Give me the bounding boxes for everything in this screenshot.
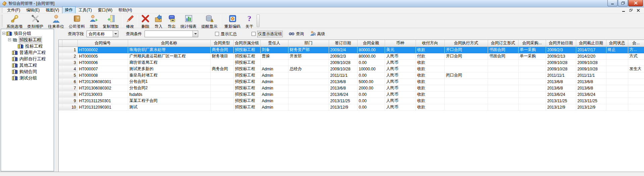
table-cell[interactable]: 招投标工程 (233, 53, 260, 59)
table-cell[interactable]: 闭口合同 (444, 72, 488, 78)
table-cell[interactable]: fsdafds (128, 91, 210, 98)
table-cell[interactable]: 书面合同 (488, 53, 518, 59)
table-cell[interactable]: 2013/11/25 (576, 98, 606, 104)
table-cell[interactable] (444, 66, 488, 72)
chevron-down-icon[interactable] (193, 31, 198, 37)
table-cell[interactable]: 2013/6/8 (546, 85, 576, 91)
advanced-button[interactable]: 高级 (309, 31, 326, 37)
table-cell[interactable] (444, 104, 488, 110)
table-cell[interactable]: 财务项目 (210, 53, 233, 59)
table-cell[interactable]: 5000.00 (357, 78, 385, 85)
table-cell[interactable]: Admin (260, 91, 288, 98)
export-button[interactable]: 导出 (165, 14, 178, 28)
table-cell[interactable]: HT000006 (77, 59, 128, 66)
table-cell[interactable] (444, 85, 488, 91)
table-cell[interactable]: HT000008 (77, 72, 128, 78)
tree-node-project-group[interactable]: 项目分组 (2, 30, 54, 37)
close-button[interactable] (628, 0, 643, 6)
statistics-report-button[interactable]: 统计报表 (178, 14, 199, 28)
table-cell[interactable]: 单一采购 (518, 47, 546, 53)
modify-button[interactable]: 修改 (123, 14, 137, 28)
table-row[interactable]: 6HT201306080301分包合同1招投标工程Admin2013/6/850… (59, 78, 644, 85)
table-cell[interactable]: HT201312090301 (77, 104, 128, 110)
table-cell[interactable]: HT000005 (77, 53, 128, 59)
table-row[interactable]: 5HT000008秦皇岛封堵工程招投标工程Admin2011/11/10.00人… (59, 72, 644, 78)
table-cell[interactable]: Admin (260, 72, 288, 78)
table-cell[interactable]: 2009/10/28 (546, 59, 576, 66)
table-cell[interactable] (628, 104, 644, 110)
table-cell[interactable]: 人民币 (385, 98, 416, 104)
table-cell[interactable]: 2009/2/4 (329, 47, 357, 53)
table-cell[interactable] (488, 91, 518, 98)
table-row[interactable]: 9HT201311250301某某工程子合同招投标工程Admin2013/11/… (59, 98, 644, 104)
show-summary-checkbox[interactable]: 显示汇总 (215, 31, 237, 37)
table-cell[interactable] (518, 85, 546, 91)
table-cell[interactable]: 收款 (416, 91, 444, 98)
table-cell[interactable]: 人民币 (385, 78, 416, 85)
table-cell[interactable]: HT000002 (77, 47, 128, 53)
query-field-select[interactable]: 合同名称 (87, 31, 118, 37)
table-cell[interactable]: 2009/10/28 (576, 66, 606, 72)
table-cell[interactable]: 发生大 (628, 66, 644, 72)
table-cell[interactable]: 招投标工程 (233, 104, 260, 110)
copy-add-button[interactable]: 复制增加 (100, 14, 121, 28)
table-cell[interactable]: 2011/11/1 (546, 72, 576, 78)
table-cell[interactable]: 2011/11/1 (576, 72, 606, 78)
table-cell[interactable]: 刘备 (260, 47, 288, 53)
table-cell[interactable]: 招投标工程 (233, 78, 260, 85)
table-cell[interactable]: 2013/12/9 (546, 104, 576, 110)
table-cell[interactable]: 80000.00 (357, 47, 385, 53)
column-header[interactable]: 合同金额 (357, 40, 385, 47)
table-cell[interactable]: 0.00 (357, 98, 385, 104)
column-header[interactable]: 合同名称 (128, 40, 210, 47)
menu-item-action[interactable]: 操作 (62, 6, 75, 14)
table-cell[interactable]: 收款 (416, 47, 444, 53)
column-header[interactable]: 合同开始日期 (546, 40, 576, 47)
table-cell[interactable]: 人民币 (385, 53, 416, 59)
table-cell[interactable]: 开发部 (288, 53, 329, 59)
tree-node-purchase-sale-contract[interactable]: 购销合同 (2, 68, 54, 75)
table-cell[interactable]: 方... (628, 47, 644, 53)
table-cell[interactable] (488, 78, 518, 85)
table-cell[interactable] (288, 104, 329, 110)
table-cell[interactable]: 10000.00 (357, 66, 385, 72)
table-row[interactable]: 8HT20130003fsdafds招投标工程Admin2013/6/240.0… (59, 91, 644, 98)
table-cell[interactable]: 人民币 (385, 66, 416, 72)
column-header[interactable]: 部门 (288, 40, 329, 47)
table-cell[interactable] (488, 85, 518, 91)
column-header[interactable]: 合同类型 (210, 40, 233, 47)
table-cell[interactable]: 人民币 (385, 91, 416, 98)
table-cell[interactable]: 0.00 (357, 91, 385, 98)
table-cell[interactable]: 开口合同 (444, 47, 488, 53)
column-header[interactable]: 责任人 (260, 40, 288, 47)
table-cell[interactable]: 珠海纺织厂废水处理 (128, 47, 210, 53)
table-cell[interactable]: 某某工程子合同 (128, 98, 210, 104)
table-cell[interactable]: 2013/12/9 (576, 104, 606, 110)
tree-node-test-group[interactable]: 测试分组 (2, 75, 54, 81)
table-cell[interactable]: 终止 (606, 47, 628, 53)
table-cell[interactable]: 2014/2/20 (576, 53, 606, 59)
panel-splitter[interactable] (54, 28, 58, 172)
table-cell[interactable]: 2009/10/28 (329, 59, 357, 66)
table-cell[interactable]: 测试 (128, 104, 210, 110)
table-cell[interactable] (628, 72, 644, 78)
table-cell[interactable] (288, 59, 329, 66)
table-cell[interactable] (210, 72, 233, 78)
table-cell[interactable]: Admin (260, 98, 288, 104)
menu-item-window[interactable]: 窗口(W) (95, 6, 115, 14)
table-cell[interactable] (606, 104, 628, 110)
table-cell[interactable]: Admin (260, 78, 288, 85)
table-cell[interactable]: Admin (260, 66, 288, 72)
tree-node-normal-user-project[interactable]: 普通用户工程 (2, 49, 54, 56)
table-cell[interactable]: 人民币 (385, 85, 416, 91)
table-cell[interactable] (606, 59, 628, 66)
toolbar-overflow-handle[interactable] (257, 14, 260, 27)
table-cell[interactable] (628, 78, 644, 85)
table-cell[interactable]: HT20130003 (77, 91, 128, 98)
table-cell[interactable] (628, 85, 644, 91)
table-cell[interactable] (488, 66, 518, 72)
table-cell[interactable]: 广州顺风速运花都厂区一期工程 (128, 53, 210, 59)
table-cell[interactable]: 2013/6/24 (546, 91, 576, 98)
table-cell[interactable]: 2013/6/8 (546, 78, 576, 85)
checkbox-icon[interactable] (252, 32, 256, 36)
